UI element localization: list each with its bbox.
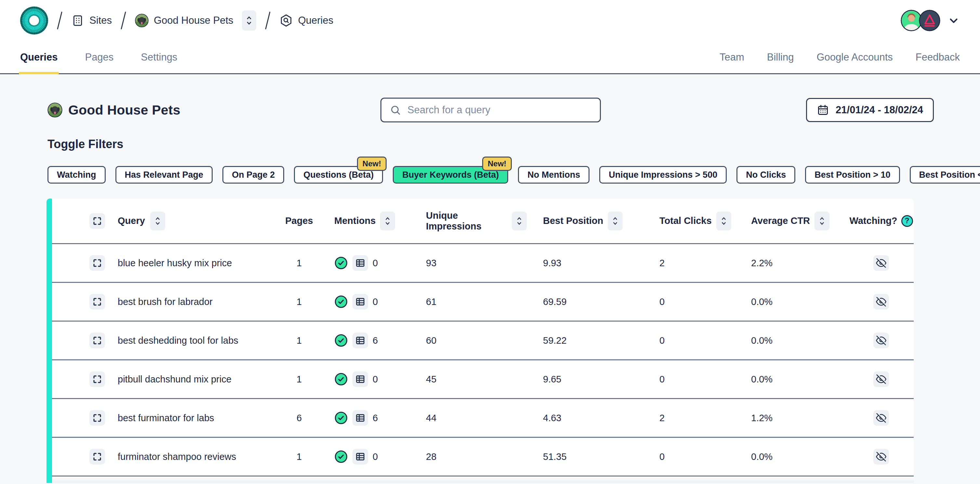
filter-chip[interactable]: Buyer Keywords (Beta) New! [393,166,508,184]
nav-link-google-accounts[interactable]: Google Accounts [816,51,892,63]
check-circle-icon [334,372,348,386]
watch-toggle-button[interactable] [873,333,889,348]
tab-settings[interactable]: Settings [141,41,177,73]
unique-impressions-value: 45 [426,374,436,385]
average-ctr-value: 0.0% [751,452,773,462]
chevron-down-icon[interactable] [948,14,960,27]
filter-chip-label: On Page 2 [232,170,275,180]
breadcrumb-queries[interactable]: Queries [279,14,334,27]
best-position-value: 59.22 [543,335,567,346]
watch-toggle-button[interactable] [873,255,889,271]
filter-chip[interactable]: Best Position < 10 [910,166,980,184]
main-content: Good House Pets 21/01/24 - 18/02/24 [0,97,980,184]
average-ctr-value: 0.0% [751,374,773,385]
filter-chip[interactable]: No Mentions [518,166,590,184]
filters-heading: Toggle Filters [48,137,934,151]
site-switcher[interactable] [242,10,256,30]
sort-unique-impressions-button[interactable] [512,212,527,230]
expand-row-button[interactable] [89,410,105,426]
hexagon-search-icon [279,14,293,27]
check-circle-icon [334,256,348,270]
total-clicks-value: 2 [659,413,665,423]
table-accent-bar [46,198,52,483]
nav-link-billing[interactable]: Billing [767,51,794,63]
filter-chip[interactable]: Watching [48,166,106,184]
mentions-table-button[interactable] [352,294,368,310]
mentions-table-button[interactable] [352,410,368,426]
breadcrumb-sites[interactable]: Sites [71,14,112,27]
query-text: pitbull dachshund mix price [118,374,232,385]
watch-toggle-button[interactable] [873,371,889,387]
check-circle-icon [334,411,348,425]
column-mentions: Mentions [334,216,375,226]
nav-link-team[interactable]: Team [719,51,744,63]
filter-chip-label: Has Relevant Page [125,170,204,180]
table-body: blue heeler husky mix price 1 0 93 9.93 [52,244,914,476]
sort-best-position-button[interactable] [608,212,623,230]
search-icon [390,104,401,115]
filter-chip[interactable]: Questions (Beta) New! [294,166,383,184]
query-text: best furminator for labs [118,413,214,423]
mentions-value: 0 [372,258,378,268]
tab-queries[interactable]: Queries [20,41,57,73]
date-range-button[interactable]: 21/01/24 - 18/02/24 [806,98,934,122]
mentions-table-button[interactable] [352,333,368,348]
expand-row-button[interactable] [89,255,105,271]
filter-chip[interactable]: On Page 2 [223,166,284,184]
total-clicks-value: 0 [659,374,665,385]
mentions-value: 0 [372,374,378,385]
table-row: furminator shampoo reviews 1 0 28 51.35 [52,438,914,476]
best-position-value: 9.65 [543,374,561,385]
page-title: Good House Pets [68,102,180,118]
column-unique-impressions: Unique Impressions [426,210,507,232]
new-badge: New! [357,157,387,171]
app-logo[interactable] [20,6,48,35]
expand-row-button[interactable] [89,333,105,348]
expand-row-button[interactable] [89,294,105,310]
filter-chip-label: Watching [57,170,96,180]
table-row: pitbull dachshund mix price 1 0 45 9.65 [52,360,914,399]
filter-chip-label: No Clicks [746,170,786,180]
watching-help-icon[interactable]: ? [901,215,913,227]
average-ctr-value: 0.0% [751,297,773,307]
total-clicks-value: 0 [659,297,665,307]
watch-toggle-button[interactable] [873,449,889,465]
tab-pages[interactable]: Pages [85,41,113,73]
best-position-value: 9.93 [543,258,561,268]
mentions-table-button[interactable] [352,255,368,271]
breadcrumb-site[interactable]: Good House Pets [135,10,256,30]
pages-value: 1 [296,374,302,385]
sort-query-button[interactable] [150,212,165,230]
query-text: best brush for labrador [118,297,213,307]
best-position-value: 4.63 [543,413,561,423]
watch-toggle-button[interactable] [873,410,889,426]
mentions-table-button[interactable] [352,371,368,387]
filter-chip[interactable]: No Clicks [737,166,795,184]
pages-value: 1 [296,335,302,346]
pages-value: 1 [296,452,302,462]
filter-chip-label: Best Position < 10 [919,170,980,180]
org-avatar[interactable] [919,10,940,31]
date-range-label: 21/01/24 - 18/02/24 [836,104,923,116]
filter-chip-label: Questions (Beta) [303,170,374,180]
filter-chip[interactable]: Best Position > 10 [805,166,900,184]
sort-mentions-button[interactable] [380,212,395,230]
breadcrumb-sites-label: Sites [89,14,112,26]
pages-value: 1 [296,258,302,268]
expand-row-button[interactable] [89,371,105,387]
filter-chip[interactable]: Has Relevant Page [115,166,213,184]
search-input[interactable] [407,104,592,116]
mentions-table-button[interactable] [352,449,368,465]
watch-toggle-button[interactable] [873,294,889,310]
sort-average-ctr-button[interactable] [815,212,829,230]
mentions-value: 6 [372,413,378,423]
nav-link-feedback[interactable]: Feedback [916,51,960,63]
expand-row-button[interactable] [89,449,105,465]
average-ctr-value: 2.2% [751,258,773,268]
unique-impressions-value: 60 [426,335,436,346]
account-menu[interactable] [900,10,960,31]
query-text: furminator shampoo reviews [118,452,236,462]
expand-all-button[interactable] [89,213,105,229]
sort-total-clicks-button[interactable] [716,212,731,230]
filter-chip[interactable]: Unique Impressions > 500 [599,166,727,184]
